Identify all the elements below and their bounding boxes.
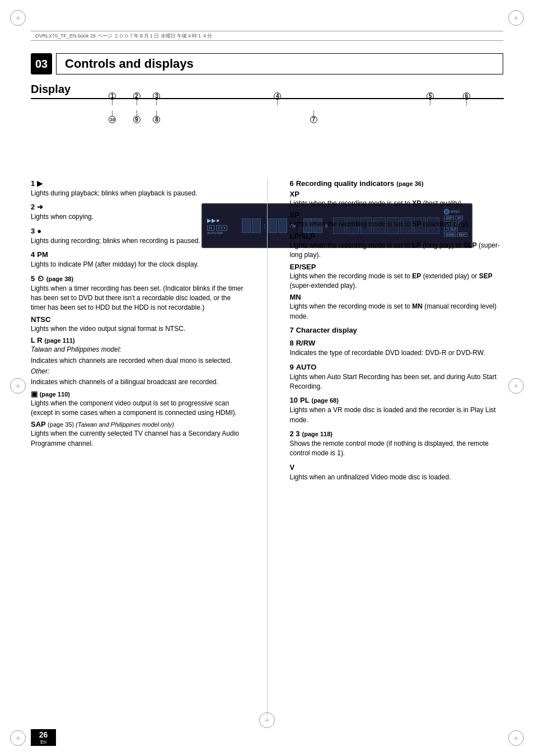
header-strip: DVRLX70_TF_EN.book 26 ページ ２００７年８月１日 水曜日 … xyxy=(31,31,503,41)
page-number-box: 26 En xyxy=(31,729,56,746)
corner-decoration-bc xyxy=(259,712,275,728)
item-4: 4 PM Lights to indicate PM (after midday… xyxy=(31,250,245,269)
chapter-badge: 03 xyxy=(31,53,52,74)
label-4: 4 xyxy=(274,92,281,105)
label-9: 9 xyxy=(133,110,140,123)
corner-decoration-ml xyxy=(10,378,26,394)
item-1: 1 ▶ Lights during playback; blinks when … xyxy=(31,179,245,198)
item-23: 2 3 (page 118) Shows the remote control … xyxy=(290,430,504,459)
item-5: 5 ⏲ (page 38) Lights when a timer record… xyxy=(31,274,245,449)
left-column: 1 ▶ Lights during playback; blinks when … xyxy=(31,179,247,717)
label-7: 7 xyxy=(310,110,317,123)
page-title: Controls and displays xyxy=(65,57,194,71)
label-3: 3 xyxy=(153,92,160,105)
right-column: 6 Recording quality indicators (page 36)… xyxy=(287,179,504,717)
item-v: V Lights when an unfinalized Video mode … xyxy=(290,463,504,482)
label-1: 1 xyxy=(109,92,116,105)
labels-row-top: 1 2 3 4 5 6 xyxy=(101,92,503,109)
label-5: 5 xyxy=(427,92,434,105)
label-2: 2 xyxy=(133,92,140,105)
item-7: 7 Character display xyxy=(290,326,504,334)
column-divider xyxy=(267,179,268,717)
label-8: 8 xyxy=(153,110,160,123)
corner-decoration-tl xyxy=(10,10,26,26)
corner-decoration-br xyxy=(508,730,524,746)
labels-row-bottom: 10 9 8 7 xyxy=(101,110,503,127)
corner-decoration-mr xyxy=(508,378,524,394)
item-2: 2 ➜ Lights when copying. xyxy=(31,203,245,222)
title-bar: Controls and displays xyxy=(56,53,503,74)
item-10: 10 PL (page 68) Lights when a VR mode di… xyxy=(290,396,504,425)
item-6: 6 Recording quality indicators (page 36)… xyxy=(290,179,504,321)
header-text: DVRLX70_TF_EN.book 26 ページ ２００７年８月１日 水曜日 … xyxy=(35,32,212,40)
label-6: 6 xyxy=(463,92,470,105)
item-8: 8 R/RW Indicates the type of recordable … xyxy=(290,339,504,358)
label-10: 10 xyxy=(109,110,116,123)
content-area: 1 ▶ Lights during playback; blinks when … xyxy=(31,179,503,717)
corner-decoration-bl xyxy=(10,730,26,746)
item-9: 9 AUTO Lights when Auto Start Recording … xyxy=(290,363,504,392)
display-panel-wrapper: 1 2 3 4 5 6 ▶▶● P xyxy=(101,92,503,127)
corner-decoration-tr xyxy=(508,10,524,26)
item-3: 3 ● Lights during recording; blinks when… xyxy=(31,227,245,246)
